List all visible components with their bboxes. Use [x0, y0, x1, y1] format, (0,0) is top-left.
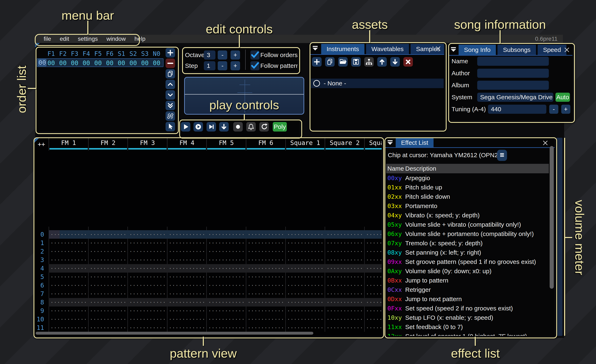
pattern-cell[interactable]: ···········: [206, 282, 246, 289]
asset-open-button[interactable]: [338, 57, 348, 67]
pattern-cell[interactable]: ···········: [325, 248, 364, 255]
order-move-down-button[interactable]: [165, 90, 175, 100]
order-cell[interactable]: 00: [151, 59, 163, 67]
pattern-cell[interactable]: ···········: [206, 240, 246, 246]
octave-plus-button[interactable]: +: [231, 51, 240, 59]
pattern-cell[interactable]: ···········: [285, 316, 325, 322]
pattern-cell[interactable]: ···········: [127, 257, 167, 263]
order-add-button[interactable]: [165, 48, 175, 58]
pattern-cell[interactable]: ···········: [285, 308, 325, 314]
pattern-cell[interactable]: ···········: [364, 240, 382, 246]
pattern-cell[interactable]: ···········: [167, 257, 207, 263]
pattern-cell[interactable]: ···········: [127, 316, 167, 322]
pattern-cell[interactable]: ···········: [364, 282, 382, 289]
pattern-cell[interactable]: ···········: [285, 265, 325, 272]
pattern-row[interactable]: 6·······································…: [34, 281, 382, 290]
pattern-cell[interactable]: ···········: [246, 282, 285, 289]
pattern-cell[interactable]: ···········: [364, 291, 382, 297]
pattern-cell[interactable]: ···········: [285, 325, 325, 331]
pattern-cell[interactable]: ···········: [127, 274, 167, 280]
pattern-cell[interactable]: ···········: [88, 232, 128, 238]
channel-header-fm-6[interactable]: FM 6: [246, 138, 285, 151]
pattern-cell[interactable]: ···········: [246, 240, 285, 246]
pattern-cell[interactable]: ···········: [325, 325, 364, 331]
asset-move-up-button[interactable]: [377, 57, 387, 67]
pattern-row[interactable]: 7·······································…: [34, 290, 382, 298]
pattern-cell[interactable]: ···········: [167, 265, 207, 272]
pattern-cell[interactable]: ···········: [49, 274, 88, 280]
pattern-cell[interactable]: ···········: [88, 308, 128, 314]
tab-subsongs[interactable]: Subsongs: [498, 45, 536, 55]
pattern-cell[interactable]: ···········: [167, 282, 207, 289]
pattern-cell[interactable]: ···········: [206, 274, 246, 280]
pattern-cell[interactable]: ···········: [364, 257, 382, 263]
menu-item-help[interactable]: help: [130, 36, 150, 42]
album-input[interactable]: [477, 81, 549, 90]
follow-pattern-checkbox[interactable]: [250, 61, 260, 70]
step-minus-button[interactable]: -: [218, 61, 227, 70]
octave-minus-button[interactable]: -: [218, 51, 227, 59]
pattern-cell[interactable]: ···········: [246, 248, 285, 255]
tuning-plus-button[interactable]: +: [561, 105, 570, 114]
tab-effect-list[interactable]: Effect List: [396, 138, 433, 147]
pattern-cell[interactable]: ···········: [246, 265, 285, 272]
close-icon[interactable]: [435, 45, 441, 52]
pattern-cell[interactable]: ···········: [127, 325, 167, 331]
asset-add-button[interactable]: [312, 57, 322, 67]
order-cell[interactable]: 00: [116, 59, 127, 67]
pattern-cell[interactable]: ···········: [206, 299, 246, 306]
record-button[interactable]: [233, 122, 243, 131]
pattern-cell[interactable]: ···········: [246, 316, 285, 322]
follow-orders-checkbox[interactable]: [250, 51, 260, 59]
asset-move-down-button[interactable]: [390, 57, 400, 67]
pattern-cell[interactable]: ···········: [49, 291, 88, 297]
pattern-cell[interactable]: ···········: [167, 274, 207, 280]
pattern-cell[interactable]: ···········: [246, 291, 285, 297]
pattern-cell[interactable]: ···········: [206, 257, 246, 263]
pattern-cell[interactable]: ···········: [325, 257, 364, 263]
pattern-cell[interactable]: ···········: [246, 308, 285, 314]
order-cell[interactable]: 00: [57, 59, 69, 67]
pattern-cell[interactable]: ···········: [88, 282, 128, 289]
pattern-cell[interactable]: ···········: [325, 299, 364, 306]
pattern-row[interactable]: 2·······································…: [34, 247, 382, 256]
pattern-cell[interactable]: ···········: [49, 316, 88, 322]
pattern-row[interactable]: 1·······································…: [34, 239, 382, 247]
order-remove-button[interactable]: [165, 58, 175, 68]
pattern-cell[interactable]: ···········: [206, 291, 246, 297]
pattern-cell[interactable]: ···········: [364, 265, 382, 272]
horizontal-scrollbar[interactable]: [36, 332, 313, 335]
pattern-cell[interactable]: ···········: [167, 232, 207, 238]
pattern-cell[interactable]: ···········: [167, 325, 207, 331]
pattern-cell[interactable]: ···········: [88, 240, 128, 246]
pattern-cell[interactable]: ···········: [49, 299, 88, 306]
pattern-cell[interactable]: ···········: [49, 282, 88, 289]
channel-header-fm-3[interactable]: FM 3: [127, 138, 167, 151]
poly-button[interactable]: Poly: [273, 122, 287, 131]
pattern-cell[interactable]: ···········: [167, 316, 207, 322]
tab-song-info[interactable]: Song Info: [459, 45, 496, 55]
pattern-cell[interactable]: ···········: [88, 248, 128, 255]
pattern-cell[interactable]: ···········: [49, 265, 88, 272]
order-move-up-button[interactable]: [165, 80, 175, 89]
metronome-button[interactable]: [246, 122, 256, 131]
pattern-cell[interactable]: ···········: [49, 232, 88, 238]
repeat-button[interactable]: [259, 122, 269, 131]
pattern-cell[interactable]: ···········: [88, 274, 128, 280]
pattern-cell[interactable]: ···········: [49, 257, 88, 263]
order-duplicate-button[interactable]: [165, 69, 175, 79]
pattern-cell[interactable]: ···········: [127, 248, 167, 255]
author-input[interactable]: [477, 69, 549, 78]
pattern-cell[interactable]: ···········: [285, 282, 325, 289]
vertical-scrollbar[interactable]: [550, 146, 554, 289]
pattern-cell[interactable]: ···········: [167, 308, 207, 314]
pattern-cell[interactable]: ···········: [246, 274, 285, 280]
window-menu-icon[interactable]: [387, 140, 393, 145]
tuning-input[interactable]: 440: [488, 105, 546, 114]
pattern-cell[interactable]: ···········: [167, 248, 207, 255]
pattern-cell[interactable]: ···········: [127, 282, 167, 289]
pattern-cell[interactable]: ···········: [49, 308, 88, 314]
pattern-cell[interactable]: ···········: [49, 240, 88, 246]
pattern-cell[interactable]: ···········: [127, 232, 167, 238]
pattern-cell[interactable]: ···········: [285, 257, 325, 263]
